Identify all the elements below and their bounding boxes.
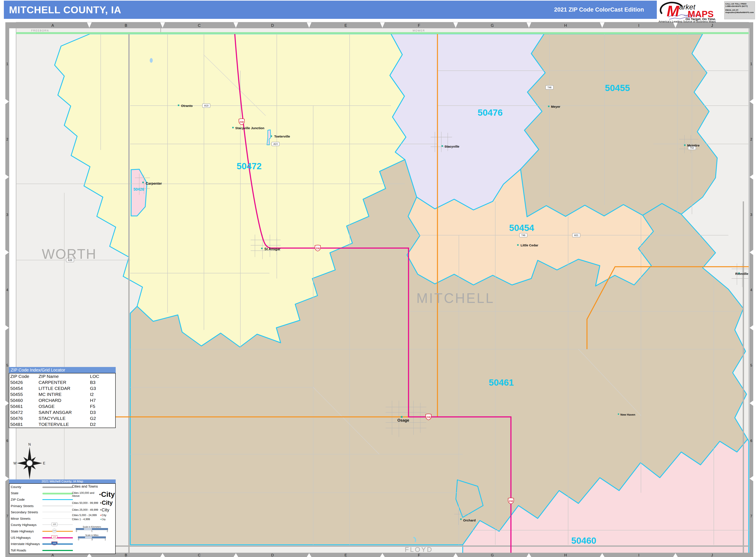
table-row[interactable]: 50472SAINT ANSGARD3: [9, 409, 115, 415]
town-label[interactable]: Osage: [397, 418, 409, 422]
cell-name: LITTLE CEDAR: [38, 385, 90, 391]
town-dot: [232, 127, 234, 128]
cell-loc: G2: [90, 415, 115, 421]
city-class-label: Cities 100,000 and Above: [72, 492, 99, 497]
county-label-mitchell: MITCHELL: [416, 291, 495, 306]
cell-loc: F5: [90, 403, 115, 409]
town-label[interactable]: Otranto: [181, 104, 193, 108]
cell-name: SAINT ANSGAR: [38, 409, 90, 415]
zip-label-50455[interactable]: 50455: [605, 83, 630, 93]
svg-text:F: F: [418, 553, 420, 557]
legend-label: Minor Streets: [11, 517, 42, 521]
town-label[interactable]: Stacyville Junction: [235, 126, 264, 130]
town-dot: [142, 182, 144, 183]
interstate-swatch: [42, 544, 73, 545]
scale-kilometers: Scale in Kilometers 012: [76, 526, 108, 532]
town-dot: [401, 416, 403, 418]
col-loc: LOC: [90, 373, 115, 379]
city-sample: City: [101, 507, 109, 512]
svg-text:D: D: [271, 23, 274, 28]
svg-text:6: 6: [750, 439, 752, 443]
zip-label-50476[interactable]: 50476: [478, 108, 503, 118]
scale-tick: 1: [91, 530, 92, 532]
city-class-row: Cities 100,000 and AboveCity: [72, 490, 115, 499]
scale-tick: 2: [107, 530, 108, 532]
town-label[interactable]: Mcintire: [687, 144, 700, 147]
table-row[interactable]: 50476STACYVILLEG2: [9, 415, 115, 421]
table-row[interactable]: 50481TOETERVILLED2: [9, 421, 115, 428]
interstate-shield-icon: 123: [51, 541, 57, 545]
svg-text:2: 2: [6, 138, 8, 141]
county-map: 218 218 218 218 A19 A23 A31 T46 T46 T62 …: [0, 0, 756, 557]
svg-text:J: J: [711, 23, 713, 28]
city-class-row: Cities 50,000 - 99,999City: [72, 500, 115, 506]
ruler-bottom[interactable]: [5, 553, 753, 557]
cell-zip: 50460: [9, 398, 38, 403]
table-row[interactable]: 50454LITTLE CEDARG3: [9, 385, 115, 391]
legend-label: ZIP Code: [11, 498, 42, 501]
town-label[interactable]: Little Cedar: [521, 243, 539, 247]
city-sample: City: [101, 518, 106, 521]
svg-text:4: 4: [6, 288, 8, 292]
road-badge: T46: [521, 234, 525, 236]
town-label[interactable]: St Ansgar: [264, 247, 281, 251]
town-label[interactable]: Riceville: [735, 272, 748, 275]
city-class-label: Cities 1 - 4,999: [72, 518, 100, 521]
cell-zip: 50454: [9, 385, 38, 391]
town-label[interactable]: Meyer: [551, 105, 560, 109]
svg-text:1: 1: [6, 62, 8, 66]
contact-email[interactable]: mapsales@MarketMAPS.com: [725, 11, 754, 13]
zip-label-50426[interactable]: 50426: [134, 187, 144, 192]
road-badge: A23: [273, 143, 278, 145]
town-dot: [460, 519, 462, 520]
legend-title: 2021 Mitchell County, IA Map: [9, 479, 116, 483]
scale-miles: Scale in Miles 0.51: [78, 534, 106, 541]
table-row[interactable]: 50426CARPENTERB3: [9, 379, 115, 385]
map-legend: 2021 Mitchell County, IA Map County Stat…: [9, 479, 116, 554]
town-dot: [684, 144, 686, 146]
zip-region-50455[interactable]: [521, 34, 717, 217]
ruler-top[interactable]: [5, 22, 753, 28]
town-label[interactable]: Stacyville: [444, 145, 459, 148]
scale-tick: 0: [76, 530, 77, 532]
svg-text:A: A: [51, 23, 54, 28]
table-row[interactable]: 50455MC INTIREI2: [9, 391, 115, 398]
town-label[interactable]: Carpenter: [146, 182, 162, 185]
county-label-worth: WORTH: [42, 246, 97, 262]
marketmaps-logo[interactable]: M arket MAPS On Target. On Time. America…: [658, 0, 724, 23]
state-boundary-line: [16, 32, 749, 34]
county-label-mower: MOWER: [413, 29, 425, 32]
zip-label-50460[interactable]: 50460: [571, 535, 597, 546]
city-sample: City: [101, 490, 115, 499]
city-dot-icon: [100, 519, 101, 520]
shield-218-icon: 218: [240, 121, 243, 123]
county-hwy-swatch: [42, 524, 73, 525]
svg-text:3: 3: [6, 213, 8, 216]
svg-text:B: B: [125, 23, 127, 28]
town-label[interactable]: Toeterville: [274, 135, 290, 138]
zip-label-50454[interactable]: 50454: [509, 223, 534, 233]
zip-label-50472[interactable]: 50472: [237, 161, 262, 171]
town-dot: [441, 145, 443, 147]
compass-n: N: [28, 443, 31, 446]
town-label[interactable]: New Haven: [620, 413, 635, 416]
town-dot: [178, 105, 179, 106]
cell-zip: 50472: [9, 409, 38, 415]
svg-text:I: I: [638, 23, 639, 28]
zip-line-swatch: [42, 499, 73, 500]
legend-label: US Highways: [11, 536, 42, 540]
legend-cities-block: Cities and Towns Cities 100,000 and Abov…: [72, 485, 115, 522]
logo-m: M: [667, 3, 679, 20]
svg-text:B: B: [125, 553, 127, 557]
contact-box: CALL US TOLL FREE! 1-888-434-MAPS (6277)…: [724, 1, 755, 19]
table-row[interactable]: 50460ORCHARDH7: [9, 398, 115, 403]
zip-label-50461[interactable]: 50461: [489, 378, 514, 387]
svg-text:1: 1: [750, 62, 752, 66]
svg-text:H: H: [564, 23, 567, 28]
col-zip-name: ZIP Name: [38, 373, 90, 379]
toll-road-swatch: [42, 550, 73, 551]
contact-phone[interactable]: 1-888-434-MAPS (6277): [725, 5, 748, 7]
cell-name: CARPENTER: [38, 379, 90, 385]
town-label[interactable]: Orchard: [463, 519, 475, 522]
table-row[interactable]: 50461OSAGEF5: [9, 403, 115, 409]
